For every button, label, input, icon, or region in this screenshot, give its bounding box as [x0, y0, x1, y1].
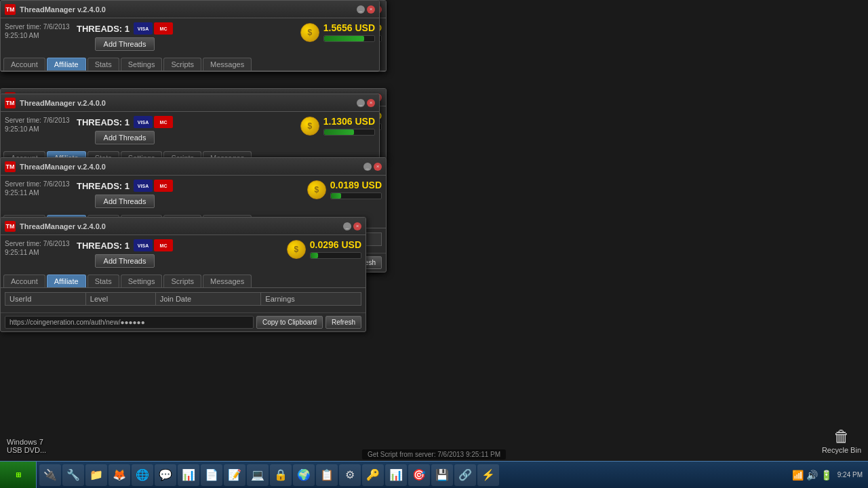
minimize-btn-6[interactable]: _: [357, 99, 365, 107]
threads-section-3: THREADS: 1 VISA MC Add Threads: [77, 180, 173, 208]
taskbar-icon-14[interactable]: ⚙: [339, 464, 361, 486]
payment-icons-5: VISA MC: [134, 22, 173, 35]
main-row-5: Server time: 7/6/2013 9:25:10 AM THREADS…: [1, 18, 379, 55]
taskbar-icon-8[interactable]: 📄: [201, 464, 222, 486]
tab-stats-4[interactable]: Stats: [87, 274, 119, 287]
taskbar-icon-18[interactable]: 💾: [431, 464, 453, 486]
taskbar-icon-10[interactable]: 💻: [247, 464, 269, 486]
server-time-4: Server time: 7/6/2013 9:25:11 AM: [5, 239, 73, 257]
taskbar-time: 9:24 PM: [837, 470, 863, 480]
tab-account-4[interactable]: Account: [3, 274, 45, 287]
threadmanager-window-4: TM ThreadManager v.2.4.0.0 _ × Server ti…: [0, 217, 366, 332]
tab-settings-5[interactable]: Settings: [121, 58, 163, 70]
taskbar-icon-11[interactable]: 🔒: [270, 464, 292, 486]
add-threads-btn-3[interactable]: Add Threads: [95, 195, 155, 208]
col-earnings-4: Earnings: [261, 293, 361, 306]
network-icon: 📶: [792, 470, 804, 481]
progress-fill-3: [331, 193, 341, 199]
progress-fill-5: [324, 36, 364, 41]
coin-icon-5: $: [300, 23, 319, 42]
add-threads-btn-6[interactable]: Add Threads: [95, 131, 155, 144]
app-icon-4: TM: [5, 221, 16, 232]
app-icon-6: TM: [5, 98, 16, 108]
tab-messages-5[interactable]: Messages: [203, 58, 252, 70]
titlebar-5: TM ThreadManager v.2.4.0.0 _ ×: [1, 1, 379, 18]
taskbar-icon-13[interactable]: 📋: [316, 464, 338, 486]
tab-scripts-5[interactable]: Scripts: [163, 58, 201, 70]
payment-icons-3: VISA MC: [134, 180, 173, 192]
threadmanager-window-5: TM ThreadManager v.2.4.0.0 _ × Server ti…: [0, 0, 380, 72]
volume-icon: 🔊: [806, 470, 818, 481]
titlebar-buttons-5: _ ×: [357, 5, 375, 14]
tab-stats-5[interactable]: Stats: [87, 58, 119, 70]
coin-icon-6: $: [300, 117, 319, 136]
taskbar-icon-5[interactable]: 🌐: [132, 464, 153, 486]
threads-label-6: THREADS: 1 VISA MC: [77, 116, 173, 128]
threads-label-3: THREADS: 1 VISA MC: [77, 180, 173, 192]
taskbar: ⊞ 🔌 🔧 📁 🦊 🌐 💬 📊 📄 📝 💻 🔒 🌍 📋 ⚙ 🔑 📊 🎯 💾 🔗 …: [0, 461, 868, 488]
taskbar-icon-16[interactable]: 📊: [385, 464, 407, 486]
minimize-btn-3[interactable]: _: [363, 163, 372, 171]
threadmanager-window-6: TM ThreadManager v.2.4.0.0 _ × Server ti…: [0, 94, 380, 165]
add-threads-btn-5[interactable]: Add Threads: [95, 37, 155, 51]
tab-affiliate-5[interactable]: Affiliate: [47, 58, 86, 70]
taskbar-icon-19[interactable]: 🔗: [454, 464, 476, 486]
win7-label: Windows 7: [7, 438, 46, 446]
tab-affiliate-4[interactable]: Affiliate: [47, 274, 86, 287]
taskbar-icon-7[interactable]: 📊: [178, 464, 199, 486]
taskbar-icon-6[interactable]: 💬: [155, 464, 176, 486]
table-area-4: UserId Level Join Date Earnings: [1, 288, 366, 310]
threads-section-5: THREADS: 1 VISA MC Add Threads: [77, 22, 173, 51]
taskbar-icon-4[interactable]: 🦊: [108, 464, 130, 486]
minimize-btn-4[interactable]: _: [343, 222, 351, 230]
sys-tray-icons: 📶 🔊 🔋: [792, 470, 832, 481]
taskbar-icon-20[interactable]: ⚡: [477, 464, 499, 486]
taskbar-icon-15[interactable]: 🔑: [362, 464, 384, 486]
coin-icon-3: $: [307, 180, 326, 199]
tab-scripts-4[interactable]: Scripts: [163, 274, 201, 287]
title-3: ThreadManager v.2.4.0.0: [20, 163, 359, 171]
minimize-btn-5[interactable]: _: [357, 5, 365, 14]
taskbar-icon-17[interactable]: 🎯: [408, 464, 430, 486]
visa-icon-5: VISA: [134, 22, 153, 35]
taskbar-icon-3[interactable]: 📁: [85, 464, 107, 486]
earnings-section-3: $ 0.0189 USD: [307, 180, 382, 199]
refresh-btn-4[interactable]: Refresh: [326, 316, 361, 329]
col-userid-4: UserId: [5, 293, 86, 306]
titlebar-3: TM ThreadManager v.2.4.0.0 _ ×: [1, 158, 386, 176]
copy-clipboard-btn-4[interactable]: Copy to Clipboard: [256, 316, 323, 329]
url-input-4[interactable]: [5, 316, 254, 329]
add-threads-btn-4[interactable]: Add Threads: [95, 254, 155, 268]
start-icon: ⊞: [16, 471, 21, 479]
title-6: ThreadManager v.2.4.0.0: [20, 99, 353, 107]
close-btn-5[interactable]: ×: [367, 5, 375, 14]
titlebar-4: TM ThreadManager v.2.4.0.0 _ ×: [1, 218, 366, 235]
tab-account-5[interactable]: Account: [3, 58, 45, 70]
progress-bar-4: [310, 252, 361, 259]
titlebar-6: TM ThreadManager v.2.4.0.0 _ ×: [1, 94, 379, 112]
progress-fill-4: [311, 253, 318, 258]
earnings-value-3: 0.0189 USD: [330, 180, 382, 190]
server-time-5: Server time: 7/6/2013 9:25:10 AM: [5, 22, 73, 40]
app-icon-3: TM: [5, 161, 16, 172]
taskbar-icon-12[interactable]: 🌍: [293, 464, 315, 486]
start-button[interactable]: ⊞: [0, 462, 37, 489]
mc-icon-3: MC: [154, 180, 173, 192]
payment-icons-6: VISA MC: [134, 116, 173, 128]
coin-icon-4: $: [287, 240, 306, 259]
close-btn-4[interactable]: ×: [353, 222, 361, 230]
taskbar-icon-9[interactable]: 📝: [224, 464, 245, 486]
main-row-6: Server time: 7/6/2013 9:25:10 AM THREADS…: [1, 112, 379, 148]
payment-icons-4: VISA MC: [134, 239, 173, 251]
tab-settings-4[interactable]: Settings: [121, 274, 163, 287]
recycle-bin[interactable]: 🗑 Recycle Bin: [822, 427, 861, 454]
tabs-4: Account Affiliate Stats Settings Scripts…: [1, 272, 366, 288]
tab-messages-4[interactable]: Messages: [203, 274, 252, 287]
titlebar-buttons-6: _ ×: [357, 99, 375, 107]
app-icon-5: TM: [5, 4, 16, 15]
close-btn-6[interactable]: ×: [367, 99, 375, 107]
earnings-value-5: 1.5656 USD: [323, 22, 375, 33]
taskbar-icon-2[interactable]: 🔧: [62, 464, 84, 486]
taskbar-icon-1[interactable]: 🔌: [39, 464, 61, 486]
close-btn-3[interactable]: ×: [374, 163, 382, 171]
